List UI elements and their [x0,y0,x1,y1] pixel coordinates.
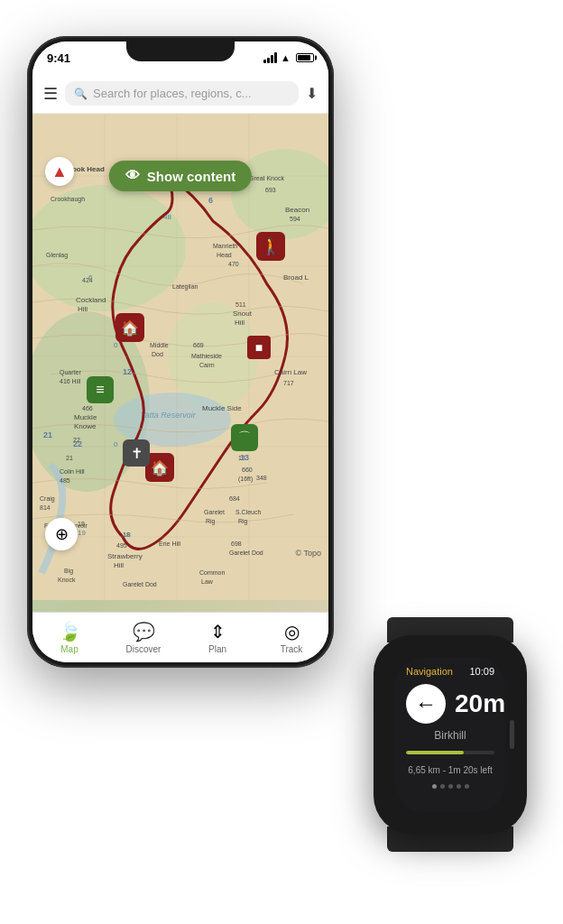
phone: 9:41 ▲ ☰ 🔍 [27,36,334,668]
svg-text:Snout: Snout [233,310,253,318]
search-bar: ☰ 🔍 Search for places, regions, c... ⬇ [32,74,328,114]
svg-text:Colin Hill: Colin Hill [60,468,85,475]
watch-progress-bar [406,751,494,754]
svg-text:(16ft): (16ft) [238,476,253,483]
svg-text:Garelet Dod: Garelet Dod [229,550,263,556]
svg-text:0: 0 [114,341,118,349]
arch-icon: ⌒ [238,430,251,446]
plan-nav-label: Plan [208,644,226,654]
scene: 9:41 ▲ ☰ 🔍 [0,0,563,924]
show-content-button[interactable]: 👁 Show content [109,161,252,191]
svg-text:Muckle: Muckle [74,413,97,421]
search-placeholder: Search for places, regions, c... [93,87,252,100]
svg-text:698: 698 [231,541,242,547]
svg-text:Rig: Rig [238,518,248,525]
marker-arch[interactable]: ⌒ [231,424,258,451]
svg-text:Head: Head [217,252,232,258]
map-copyright: © Topo [296,549,322,558]
watch-nav-title: Navigation [406,666,453,677]
plan-nav-icon: ⇕ [210,621,226,642]
svg-text:12: 12 [123,367,132,376]
location-button[interactable]: ⊕ [45,518,78,550]
svg-text:Knock: Knock [58,577,76,583]
svg-text:Quarter: Quarter [60,369,81,376]
watch-screen: Navigation 10:09 ← 20m Birkhill 6,65 km … [395,657,505,812]
menu-icon[interactable]: ☰ [43,84,58,104]
svg-text:693: 693 [265,187,276,193]
svg-text:466: 466 [82,405,93,411]
map-nav-icon: 🍃 [59,621,81,642]
status-time: 9:41 [47,51,70,65]
phone-notch [126,42,235,61]
track-nav-label: Track [281,644,303,654]
svg-text:Crookhaugh: Crookhaugh [51,196,85,203]
svg-text:Erie Hill: Erie Hill [159,541,181,547]
signal-icon [263,52,277,63]
map-area[interactable]: Tatta Reservoir [32,74,328,612]
phone-inner: 9:41 ▲ ☰ 🔍 [32,42,328,662]
red-marker-icon: ■ [255,340,263,355]
home-icon-1: 🏠 [121,319,139,337]
discover-nav-icon: 💬 [133,621,155,642]
svg-text:Craig: Craig [40,495,55,503]
watch-crown [510,720,514,749]
marker-lines[interactable]: ≡ [87,376,114,403]
watch-dot-1 [432,784,437,789]
svg-text:Law: Law [201,578,214,585]
svg-text:470: 470 [228,261,239,267]
svg-text:Knowe: Knowe [74,422,97,430]
svg-text:S.Cleuch: S.Cleuch [235,509,262,515]
marker-cross[interactable]: ✝ [123,439,150,467]
watch-distance: 20m [455,689,505,718]
nav-item-discover[interactable]: 💬 Discover [106,613,180,662]
apple-watch: Navigation 10:09 ← 20m Birkhill 6,65 km … [355,617,545,852]
svg-text:Glenlag: Glenlag [46,252,68,259]
svg-text:21: 21 [43,430,52,439]
search-input-wrapper[interactable]: 🔍 Search for places, regions, c... [65,81,299,106]
svg-text:19: 19 [78,529,86,537]
svg-text:Cairn: Cairn [199,362,215,368]
svg-text:660: 660 [242,467,253,473]
svg-text:6: 6 [208,196,213,205]
svg-text:594: 594 [290,216,300,222]
svg-text:Cockland: Cockland [76,296,106,304]
download-icon[interactable]: ⬇ [306,85,318,102]
svg-text:485: 485 [60,477,70,484]
watch-progress-fill [406,751,464,754]
svg-text:669: 669 [193,342,204,348]
watch-nav-area: ← 20m [395,680,505,727]
map-nav-label: Map [60,644,78,654]
svg-text:Big: Big [64,568,73,575]
marker-red-square[interactable]: ■ [247,336,271,359]
svg-text:Broad L: Broad L [283,273,309,282]
svg-text:Lategilan: Lategilan [172,283,198,291]
cross-icon: ✝ [131,445,143,462]
marker-hiking[interactable]: 🚶 [256,232,285,261]
svg-text:Rig: Rig [206,518,216,525]
marker-home-1[interactable]: 🏠 [115,313,144,342]
svg-text:Beacon: Beacon [285,206,309,214]
nav-item-map[interactable]: 🍃 Map [32,613,106,662]
watch-direction-arrow: ← [406,684,446,724]
watch-dot-2 [440,784,445,789]
svg-text:Hill: Hill [235,319,245,327]
watch-dot-5 [465,784,469,789]
nav-item-plan[interactable]: ⇕ Plan [180,613,254,662]
search-icon: 🔍 [74,88,88,100]
svg-text:684: 684 [229,495,240,502]
eye-icon: 👁 [125,168,140,184]
compass[interactable]: ▲ [45,157,74,186]
status-icons: ▲ [263,52,314,63]
watch-page-dots [395,779,505,794]
svg-text:348: 348 [256,475,267,481]
svg-text:13: 13 [240,453,249,462]
svg-text:Hill: Hill [78,305,88,313]
track-nav-icon: ◎ [284,621,300,642]
svg-text:Common: Common [199,569,226,576]
turn-left-icon: ← [415,691,437,716]
svg-text:Garelet: Garelet [204,509,225,515]
nav-item-track[interactable]: ◎ Track [254,613,328,662]
svg-text:717: 717 [283,380,294,386]
svg-text:511: 511 [235,301,246,308]
wifi-icon: ▲ [281,52,291,63]
